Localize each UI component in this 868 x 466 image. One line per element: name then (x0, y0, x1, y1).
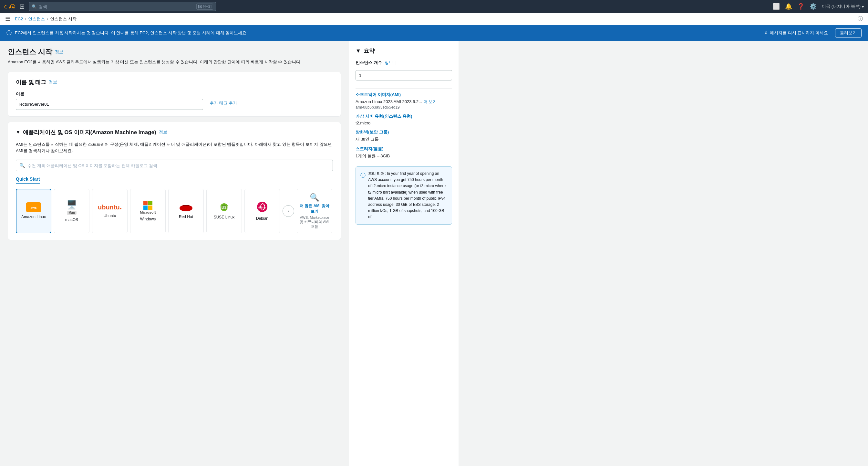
sidebar-toggle-icon[interactable]: ☰ (5, 16, 10, 23)
summary-ami-value: Amazon Linux 2023 AMI 2023.6.2... 더 보기 a… (355, 99, 452, 110)
summary-storage-value: 1개의 볼륨 – 8GiB (355, 153, 452, 159)
ami-more-card[interactable]: 🔍 더 많은 AMI 찾아보기 AWS, Marketplace 및 커뮤니티의… (297, 189, 332, 233)
info-banner: ⓘ EC2에서 인스턴스를 처음 시작하시는 것 같습니다. 이 안내를 통해 … (0, 25, 868, 41)
ami-label-debian: Debian (256, 216, 268, 221)
ami-search-icon: 🔍 (20, 163, 25, 168)
summary-collapse-icon[interactable]: ▼ (355, 48, 361, 54)
search-input[interactable] (39, 4, 194, 9)
ami-label-windows: Windows (140, 217, 156, 222)
instance-count-input[interactable] (355, 70, 452, 81)
grid-menu-icon[interactable]: ⊞ (20, 3, 25, 10)
summary-storage-label[interactable]: 스토리지(볼륨) (355, 146, 452, 152)
instance-count-info-link[interactable]: 정보 (384, 60, 393, 66)
ami-label-ubuntu: Ubuntu (104, 213, 116, 219)
page-description: Amazon EC2를 사용하면 AWS 클라우드에서 실행되는 가상 머신 또… (8, 59, 341, 65)
svg-rect-2 (144, 201, 148, 205)
svg-text:debian: debian (258, 206, 266, 209)
summary-instance-type-label[interactable]: 가상 서버 유형(인스턴스 유형) (355, 113, 452, 119)
debian-logo: debian (256, 201, 268, 213)
macos-logo: 🖥️ Mac (66, 200, 77, 215)
ami-collapse-icon[interactable]: ▼ (16, 129, 20, 135)
region-selector[interactable]: 미국 (버지니아 북부) ▾ (822, 4, 864, 9)
banner-dismiss[interactable]: 이 메시지를 다시 표시하지 마세요 (765, 30, 828, 36)
svg-rect-4 (144, 206, 148, 210)
region-label: 미국 (버지니아 북부) (822, 4, 861, 9)
svg-rect-5 (148, 206, 152, 210)
suse-logo: SUSE (216, 202, 232, 212)
ami-search-input[interactable] (27, 163, 330, 168)
banner-text: EC2에서 인스턴스를 처음 시작하시는 것 같습니다. 이 안내를 통해 EC… (15, 30, 762, 36)
ami-option-windows[interactable]: Microsoft Windows (130, 189, 166, 233)
svg-point-7 (180, 206, 192, 209)
ami-more-search-icon: 🔍 (310, 193, 319, 202)
ami-label-redhat: Red Hat (179, 214, 193, 220)
name-field-label: 이름 (16, 91, 203, 97)
svg-text:aws: aws (31, 206, 37, 209)
ami-option-macos[interactable]: 🖥️ Mac macOS (54, 189, 89, 233)
summary-ami-id: ami-08b5b3a93ed654d19 (355, 105, 400, 110)
ami-label-amazon-linux: Amazon Linux (21, 214, 46, 220)
summary-ami-name: Amazon Linux 2023 AMI 2023.6.2... (355, 99, 422, 104)
summary-title: ▼ 요약 (355, 47, 452, 55)
ami-label-suse: SUSE Linux (214, 215, 235, 220)
page-info-icon[interactable]: ⓘ (858, 16, 863, 21)
nav-right-icons: ⬜ 🔔 ❓ ⚙️ 미국 (버지니아 북부) ▾ (773, 3, 864, 10)
instance-count-divider: | (396, 60, 397, 65)
redhat-logo (178, 202, 194, 212)
search-shortcut: [옵션+S] (196, 4, 213, 10)
ami-more-sub: AWS, Marketplace 및 커뮤니티의 AMI 포함 (300, 215, 330, 229)
ami-option-amazon-linux[interactable]: aws Amazon Linux (16, 189, 51, 233)
amazon-linux-logo: aws (26, 202, 41, 212)
instance-count-label: 인스턴스 개수 (355, 60, 382, 66)
terminal-icon[interactable]: ⬜ (773, 3, 780, 10)
summary-divider-2 (355, 163, 452, 163)
search-icon: 🔍 (32, 4, 37, 9)
breadcrumb-current: 인스턴스 시작 (50, 16, 76, 22)
breadcrumb-bar: ☰ EC2 › 인스턴스 › 인스턴스 시작 ⓘ (0, 13, 868, 25)
name-input[interactable] (16, 99, 203, 110)
ami-option-redhat[interactable]: Red Hat (168, 189, 204, 233)
page-title-info-link[interactable]: 정보 (55, 49, 63, 55)
ami-section-title: 애플리케이션 및 OS 이미지(Amazon Machine Image) (23, 128, 156, 136)
page-title-text: 인스턴스 시작 (8, 47, 52, 57)
ami-label-macos: macOS (65, 217, 78, 223)
free-tier-icon: ⓘ (361, 171, 366, 221)
name-row: 이름 추가 태그 추가 (16, 91, 333, 110)
name-section-info-link[interactable]: 정보 (49, 79, 57, 85)
free-tier-text: 프리 티어: In your first year of opening an … (368, 171, 447, 221)
ami-next-button[interactable]: › (283, 205, 294, 217)
summary-ami-label[interactable]: 소프트웨어 이미지(AMI) (355, 92, 452, 97)
ami-section: ▼ 애플리케이션 및 OS 이미지(Amazon Machine Image) … (8, 122, 341, 240)
name-tags-section: 이름 및 태그 정보 이름 추가 태그 추가 (8, 72, 341, 117)
ami-section-info-link[interactable]: 정보 (159, 129, 167, 135)
left-content: 인스턴스 시작 정보 Amazon EC2를 사용하면 AWS 클라우드에서 실… (0, 41, 349, 466)
ami-option-ubuntu[interactable]: ubuntu● Ubuntu (92, 189, 128, 233)
breadcrumb-ec2[interactable]: EC2 (15, 17, 23, 21)
aws-logo[interactable] (4, 3, 16, 10)
summary-firewall-label[interactable]: 방화벽(보안 그룹) (355, 129, 452, 135)
ubuntu-logo: ubuntu● (98, 204, 122, 211)
ami-option-suse[interactable]: SUSE SUSE Linux (206, 189, 242, 233)
name-field-group: 이름 (16, 91, 203, 110)
add-tag-link[interactable]: 추가 태그 추가 (210, 91, 237, 106)
ami-options-row: aws Amazon Linux 🖥️ Mac macOS (16, 189, 333, 233)
bell-icon[interactable]: 🔔 (785, 3, 792, 10)
name-section-title: 이름 및 태그 (16, 79, 46, 86)
breadcrumb-sep-2: › (47, 17, 48, 21)
ami-option-debian[interactable]: debian Debian (244, 189, 280, 233)
help-icon[interactable]: ❓ (797, 3, 804, 10)
breadcrumb-instances[interactable]: 인스턴스 (28, 16, 45, 22)
ami-section-header: ▼ 애플리케이션 및 OS 이미지(Amazon Machine Image) … (16, 128, 333, 136)
ami-search-box[interactable]: 🔍 (16, 159, 333, 171)
ami-more-link[interactable]: 더 많은 AMI 찾아보기 (300, 203, 330, 214)
breadcrumb-sep-1: › (25, 17, 26, 21)
settings-icon[interactable]: ⚙️ (810, 3, 817, 10)
top-navigation: ⊞ 🔍 [옵션+S] ⬜ 🔔 ❓ ⚙️ 미국 (버지니아 북부) ▾ (0, 0, 868, 13)
summary-firewall-value: 새 보안 그룹 (355, 136, 452, 142)
summary-ami-more-link[interactable]: 더 보기 (423, 99, 437, 104)
banner-tour-button[interactable]: 둘러보기 (835, 28, 862, 37)
ami-description: AMI는 인스턴스를 시작하는 데 필요한 소프트웨어 구성(운영 체제, 애플… (16, 141, 333, 155)
region-chevron: ▾ (862, 4, 864, 9)
global-search[interactable]: 🔍 [옵션+S] (29, 2, 216, 11)
summary-title-text: 요약 (364, 47, 375, 55)
